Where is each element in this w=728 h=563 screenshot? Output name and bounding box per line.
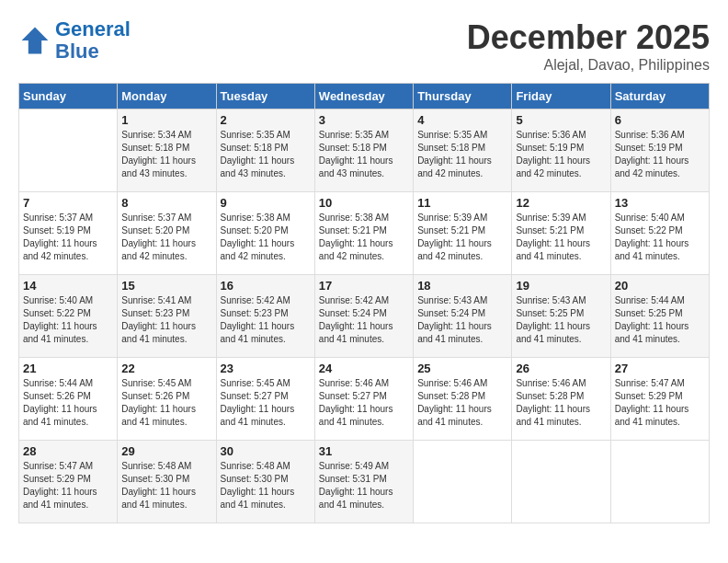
day-info: Sunrise: 5:35 AMSunset: 5:18 PMDaylight:… (417, 129, 507, 180)
month-title: December 2025 (467, 18, 710, 57)
day-number: 18 (417, 279, 507, 293)
calendar-cell: 4Sunrise: 5:35 AMSunset: 5:18 PMDaylight… (414, 109, 512, 192)
calendar-cell (414, 441, 512, 523)
day-info: Sunrise: 5:39 AMSunset: 5:21 PMDaylight:… (516, 212, 606, 263)
calendar-cell: 7Sunrise: 5:37 AMSunset: 5:19 PMDaylight… (19, 192, 118, 275)
day-info: Sunrise: 5:38 AMSunset: 5:20 PMDaylight:… (221, 212, 311, 263)
day-number: 3 (319, 113, 409, 127)
calendar-cell: 31Sunrise: 5:49 AMSunset: 5:31 PMDayligh… (314, 441, 413, 523)
day-info: Sunrise: 5:48 AMSunset: 5:30 PMDaylight:… (121, 460, 211, 511)
weekday-header-wednesday: Wednesday (314, 84, 413, 109)
day-number: 5 (516, 113, 606, 127)
day-info: Sunrise: 5:47 AMSunset: 5:29 PMDaylight:… (615, 377, 705, 429)
day-info: Sunrise: 5:46 AMSunset: 5:28 PMDaylight:… (516, 377, 606, 429)
page-header: General Blue December 2025 Alejal, Davao… (18, 18, 710, 74)
day-info: Sunrise: 5:43 AMSunset: 5:24 PMDaylight:… (417, 294, 507, 346)
day-info: Sunrise: 5:42 AMSunset: 5:24 PMDaylight:… (319, 294, 409, 346)
day-number: 17 (319, 279, 409, 293)
day-number: 31 (319, 444, 409, 458)
calendar-cell: 16Sunrise: 5:42 AMSunset: 5:23 PMDayligh… (216, 275, 314, 358)
day-info: Sunrise: 5:36 AMSunset: 5:19 PMDaylight:… (516, 129, 606, 180)
calendar-week-row: 14Sunrise: 5:40 AMSunset: 5:22 PMDayligh… (19, 275, 710, 358)
day-number: 29 (121, 444, 211, 458)
weekday-header-saturday: Saturday (610, 84, 709, 109)
calendar-week-row: 1Sunrise: 5:34 AMSunset: 5:18 PMDaylight… (19, 109, 710, 192)
day-number: 19 (516, 279, 606, 293)
day-info: Sunrise: 5:35 AMSunset: 5:18 PMDaylight:… (221, 129, 311, 180)
day-number: 12 (516, 196, 606, 210)
day-info: Sunrise: 5:46 AMSunset: 5:27 PMDaylight:… (319, 377, 409, 429)
calendar-cell: 22Sunrise: 5:45 AMSunset: 5:26 PMDayligh… (118, 358, 216, 441)
day-number: 26 (516, 362, 606, 375)
day-number: 9 (221, 196, 311, 210)
day-number: 28 (23, 444, 113, 458)
weekday-header-row: SundayMondayTuesdayWednesdayThursdayFrid… (19, 84, 710, 109)
day-info: Sunrise: 5:44 AMSunset: 5:26 PMDaylight:… (23, 377, 113, 429)
day-number: 4 (417, 113, 507, 127)
calendar-cell: 24Sunrise: 5:46 AMSunset: 5:27 PMDayligh… (314, 358, 413, 441)
calendar-cell: 21Sunrise: 5:44 AMSunset: 5:26 PMDayligh… (19, 358, 118, 441)
day-number: 16 (221, 279, 311, 293)
day-info: Sunrise: 5:47 AMSunset: 5:29 PMDaylight:… (23, 460, 113, 511)
location: Alejal, Davao, Philippines (467, 57, 710, 74)
calendar-cell: 13Sunrise: 5:40 AMSunset: 5:22 PMDayligh… (610, 192, 709, 275)
calendar-cell (19, 109, 118, 192)
day-info: Sunrise: 5:40 AMSunset: 5:22 PMDaylight:… (23, 294, 113, 346)
day-number: 14 (23, 279, 113, 293)
day-info: Sunrise: 5:38 AMSunset: 5:21 PMDaylight:… (319, 212, 409, 263)
day-info: Sunrise: 5:46 AMSunset: 5:28 PMDaylight:… (417, 377, 507, 429)
day-info: Sunrise: 5:43 AMSunset: 5:25 PMDaylight:… (516, 294, 606, 346)
calendar-cell: 28Sunrise: 5:47 AMSunset: 5:29 PMDayligh… (19, 441, 118, 523)
logo-text: General Blue (55, 18, 131, 63)
day-number: 25 (417, 362, 507, 375)
calendar-cell: 15Sunrise: 5:41 AMSunset: 5:23 PMDayligh… (118, 275, 216, 358)
day-info: Sunrise: 5:44 AMSunset: 5:25 PMDaylight:… (615, 294, 705, 346)
day-number: 23 (221, 362, 311, 375)
calendar-cell: 14Sunrise: 5:40 AMSunset: 5:22 PMDayligh… (19, 275, 118, 358)
weekday-header-sunday: Sunday (19, 84, 118, 109)
calendar-table: SundayMondayTuesdayWednesdayThursdayFrid… (18, 83, 710, 523)
calendar-cell: 5Sunrise: 5:36 AMSunset: 5:19 PMDaylight… (512, 109, 610, 192)
svg-marker-0 (22, 28, 49, 54)
calendar-cell (512, 441, 610, 523)
day-info: Sunrise: 5:45 AMSunset: 5:27 PMDaylight:… (221, 377, 311, 429)
calendar-week-row: 28Sunrise: 5:47 AMSunset: 5:29 PMDayligh… (19, 441, 710, 523)
calendar-cell: 6Sunrise: 5:36 AMSunset: 5:19 PMDaylight… (610, 109, 709, 192)
day-info: Sunrise: 5:39 AMSunset: 5:21 PMDaylight:… (417, 212, 507, 263)
day-number: 30 (221, 444, 311, 458)
logo: General Blue (18, 18, 131, 63)
calendar-cell: 23Sunrise: 5:45 AMSunset: 5:27 PMDayligh… (216, 358, 314, 441)
calendar-cell: 20Sunrise: 5:44 AMSunset: 5:25 PMDayligh… (610, 275, 709, 358)
calendar-cell: 11Sunrise: 5:39 AMSunset: 5:21 PMDayligh… (414, 192, 512, 275)
day-number: 13 (615, 196, 705, 210)
day-number: 10 (319, 196, 409, 210)
calendar-cell: 29Sunrise: 5:48 AMSunset: 5:30 PMDayligh… (118, 441, 216, 523)
calendar-cell: 19Sunrise: 5:43 AMSunset: 5:25 PMDayligh… (512, 275, 610, 358)
day-info: Sunrise: 5:45 AMSunset: 5:26 PMDaylight:… (121, 377, 211, 429)
weekday-header-monday: Monday (118, 84, 216, 109)
day-info: Sunrise: 5:41 AMSunset: 5:23 PMDaylight:… (121, 294, 211, 346)
calendar-cell: 27Sunrise: 5:47 AMSunset: 5:29 PMDayligh… (610, 358, 709, 441)
calendar-cell: 18Sunrise: 5:43 AMSunset: 5:24 PMDayligh… (414, 275, 512, 358)
calendar-cell: 10Sunrise: 5:38 AMSunset: 5:21 PMDayligh… (314, 192, 413, 275)
day-info: Sunrise: 5:49 AMSunset: 5:31 PMDaylight:… (319, 460, 409, 511)
day-number: 24 (319, 362, 409, 375)
day-info: Sunrise: 5:42 AMSunset: 5:23 PMDaylight:… (221, 294, 311, 346)
calendar-cell (610, 441, 709, 523)
day-info: Sunrise: 5:48 AMSunset: 5:30 PMDaylight:… (221, 460, 311, 511)
day-number: 8 (121, 196, 211, 210)
logo-icon (18, 24, 51, 57)
day-info: Sunrise: 5:35 AMSunset: 5:18 PMDaylight:… (319, 129, 409, 180)
day-number: 15 (121, 279, 211, 293)
day-number: 2 (221, 113, 311, 127)
title-block: December 2025 Alejal, Davao, Philippines (467, 18, 710, 74)
calendar-cell: 2Sunrise: 5:35 AMSunset: 5:18 PMDaylight… (216, 109, 314, 192)
day-info: Sunrise: 5:40 AMSunset: 5:22 PMDaylight:… (615, 212, 705, 263)
calendar-cell: 25Sunrise: 5:46 AMSunset: 5:28 PMDayligh… (414, 358, 512, 441)
weekday-header-friday: Friday (512, 84, 610, 109)
calendar-cell: 30Sunrise: 5:48 AMSunset: 5:30 PMDayligh… (216, 441, 314, 523)
weekday-header-tuesday: Tuesday (216, 84, 314, 109)
day-number: 20 (615, 279, 705, 293)
day-info: Sunrise: 5:34 AMSunset: 5:18 PMDaylight:… (121, 129, 211, 180)
calendar-week-row: 7Sunrise: 5:37 AMSunset: 5:19 PMDaylight… (19, 192, 710, 275)
